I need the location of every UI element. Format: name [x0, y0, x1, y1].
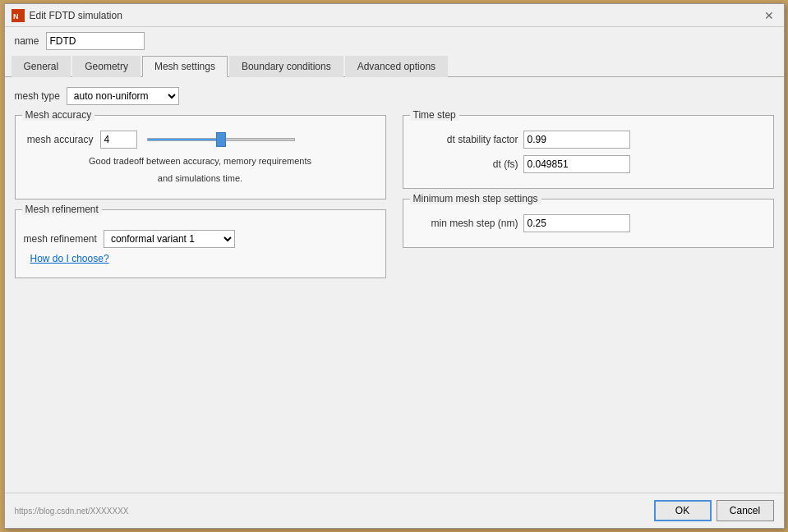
- bottom-bar: https://blog.csdn.net/XXXXXXX OK Cancel: [5, 493, 784, 528]
- tab-geometry[interactable]: Geometry: [72, 56, 141, 77]
- mesh-accuracy-group: Mesh accuracy mesh accuracy: [15, 115, 386, 200]
- dt-fs-label: dt (fs): [412, 158, 518, 170]
- left-panel: Mesh accuracy mesh accuracy: [15, 115, 386, 288]
- refinement-row: mesh refinement conformal variant 1 conf…: [24, 230, 377, 248]
- mesh-accuracy-input[interactable]: [100, 131, 137, 149]
- tab-general[interactable]: General: [12, 56, 71, 77]
- mesh-refinement-select[interactable]: conformal variant 1 conformal variant 0 …: [104, 230, 235, 248]
- tab-advanced-options[interactable]: Advanced options: [345, 56, 448, 77]
- slider-fill: [148, 139, 221, 140]
- time-step-group: Time step dt stability factor dt (fs): [403, 115, 774, 189]
- bottom-url: https://blog.csdn.net/XXXXXXX: [15, 507, 649, 516]
- tabs-bar: General Geometry Mesh settings Boundary …: [5, 55, 784, 77]
- close-button[interactable]: ✕: [761, 10, 777, 21]
- main-window: N Edit FDTD simulation ✕ name General Ge…: [4, 3, 785, 529]
- min-mesh-step-label: min mesh step (nm): [412, 218, 518, 229]
- mesh-refinement-group-title: Mesh refinement: [22, 204, 102, 215]
- tab-mesh-settings[interactable]: Mesh settings: [142, 56, 228, 77]
- tab-boundary-conditions[interactable]: Boundary conditions: [229, 56, 343, 77]
- min-mesh-group: Minimum mesh step settings min mesh step…: [403, 199, 774, 248]
- mesh-accuracy-slider[interactable]: [147, 131, 295, 149]
- cancel-button[interactable]: Cancel: [717, 500, 774, 521]
- dt-fs-row: dt (fs): [412, 155, 765, 173]
- min-mesh-step-input[interactable]: [523, 214, 630, 232]
- name-row: name: [5, 27, 784, 55]
- slider-track: [147, 138, 295, 141]
- dt-stability-input[interactable]: [523, 131, 630, 149]
- ok-button[interactable]: OK: [654, 500, 712, 521]
- main-content: Mesh accuracy mesh accuracy: [15, 115, 774, 288]
- mesh-type-row: mesh type auto non-uniform uniform custo…: [15, 87, 774, 105]
- hint-line2: and simulations time.: [24, 172, 377, 185]
- hint-container: Good tradeoff between accuracy, memory r…: [24, 155, 377, 186]
- min-mesh-step-row: min mesh step (nm): [412, 214, 765, 232]
- mesh-refinement-group: Mesh refinement mesh refinement conforma…: [15, 209, 386, 278]
- mesh-type-select[interactable]: auto non-uniform uniform custom non-unif…: [67, 88, 178, 104]
- name-label: name: [15, 35, 39, 47]
- accuracy-field-row: mesh accuracy: [24, 131, 377, 149]
- help-link-container: How do I choose?: [24, 253, 377, 264]
- app-logo-icon: N: [12, 9, 25, 22]
- mesh-type-dropdown-wrapper[interactable]: auto non-uniform uniform custom non-unif…: [67, 87, 179, 105]
- how-do-i-choose-link[interactable]: How do I choose?: [30, 253, 109, 264]
- name-input[interactable]: [46, 32, 145, 50]
- content-area: mesh type auto non-uniform uniform custo…: [5, 77, 784, 493]
- time-step-group-title: Time step: [410, 109, 459, 121]
- svg-text:N: N: [13, 12, 19, 21]
- title-bar: N Edit FDTD simulation ✕: [5, 4, 784, 27]
- window-title: Edit FDTD simulation: [30, 10, 122, 21]
- right-panel: Time step dt stability factor dt (fs) Mi…: [403, 115, 774, 288]
- mesh-refinement-label: mesh refinement: [24, 233, 97, 245]
- dt-stability-label: dt stability factor: [412, 134, 518, 145]
- title-bar-left: N Edit FDTD simulation: [12, 9, 122, 22]
- dt-fs-input[interactable]: [523, 155, 630, 173]
- hint-line1: Good tradeoff between accuracy, memory r…: [24, 155, 377, 167]
- min-mesh-group-title: Minimum mesh step settings: [410, 193, 541, 204]
- mesh-accuracy-label: mesh accuracy: [24, 134, 94, 145]
- mesh-type-label: mesh type: [15, 90, 60, 102]
- mesh-accuracy-group-title: Mesh accuracy: [22, 109, 95, 121]
- slider-thumb[interactable]: [216, 132, 226, 147]
- dt-stability-row: dt stability factor: [412, 131, 765, 149]
